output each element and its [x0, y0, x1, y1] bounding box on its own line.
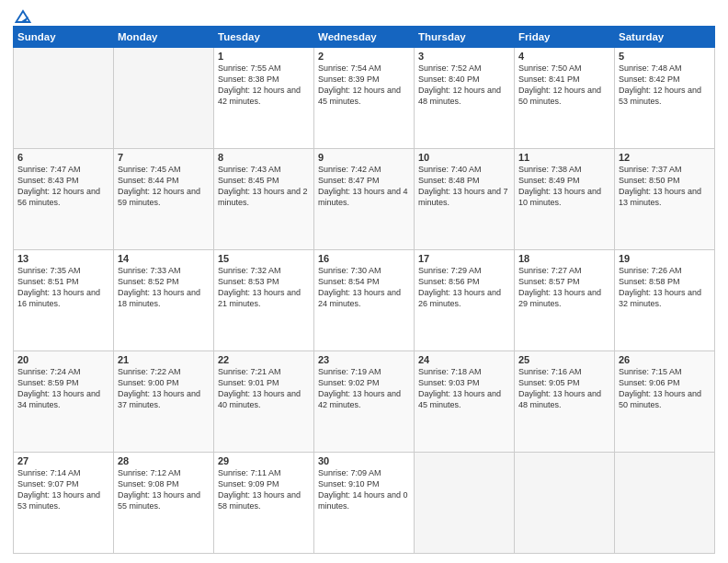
day-number: 6 — [17, 152, 109, 163]
calendar-cell: 13Sunrise: 7:35 AMSunset: 8:51 PMDayligh… — [14, 250, 114, 351]
calendar-cell — [14, 48, 114, 149]
day-number: 23 — [318, 354, 410, 365]
day-info: Sunrise: 7:42 AMSunset: 8:47 PMDaylight:… — [318, 164, 410, 209]
calendar-cell: 23Sunrise: 7:19 AMSunset: 9:02 PMDayligh… — [314, 351, 415, 453]
day-info: Sunrise: 7:15 AMSunset: 9:06 PMDaylight:… — [619, 366, 711, 411]
day-number: 15 — [218, 253, 310, 264]
day-number: 17 — [418, 253, 510, 264]
calendar-cell — [114, 48, 214, 149]
day-info: Sunrise: 7:27 AMSunset: 8:57 PMDaylight:… — [518, 265, 610, 310]
calendar-cell: 15Sunrise: 7:32 AMSunset: 8:53 PMDayligh… — [214, 250, 314, 351]
day-number: 2 — [318, 51, 410, 62]
calendar-cell: 1Sunrise: 7:55 AMSunset: 8:38 PMDaylight… — [214, 48, 314, 149]
calendar-week-row: 13Sunrise: 7:35 AMSunset: 8:51 PMDayligh… — [14, 250, 715, 351]
day-number: 19 — [619, 253, 711, 264]
day-number: 5 — [619, 51, 711, 62]
logo-icon — [15, 9, 31, 24]
day-info: Sunrise: 7:50 AMSunset: 8:41 PMDaylight:… — [518, 63, 610, 108]
calendar-cell — [415, 453, 515, 554]
day-info: Sunrise: 7:22 AMSunset: 9:00 PMDaylight:… — [118, 366, 210, 411]
calendar-cell: 2Sunrise: 7:54 AMSunset: 8:39 PMDaylight… — [314, 48, 415, 149]
calendar-week-row: 20Sunrise: 7:24 AMSunset: 8:59 PMDayligh… — [14, 351, 715, 453]
calendar-cell: 9Sunrise: 7:42 AMSunset: 8:47 PMDaylight… — [314, 149, 415, 250]
calendar-cell: 8Sunrise: 7:43 AMSunset: 8:45 PMDaylight… — [214, 149, 314, 250]
calendar-cell: 19Sunrise: 7:26 AMSunset: 8:58 PMDayligh… — [615, 250, 715, 351]
calendar-cell: 5Sunrise: 7:48 AMSunset: 8:42 PMDaylight… — [615, 48, 715, 149]
day-of-week-header: Friday — [515, 27, 615, 48]
calendar-cell: 26Sunrise: 7:15 AMSunset: 9:06 PMDayligh… — [615, 351, 715, 453]
day-number: 25 — [518, 354, 610, 365]
calendar-cell: 20Sunrise: 7:24 AMSunset: 8:59 PMDayligh… — [14, 351, 114, 453]
day-number: 7 — [118, 152, 210, 163]
day-number: 9 — [318, 152, 410, 163]
day-info: Sunrise: 7:11 AMSunset: 9:09 PMDaylight:… — [218, 467, 310, 512]
day-info: Sunrise: 7:54 AMSunset: 8:39 PMDaylight:… — [318, 63, 410, 108]
calendar-cell: 6Sunrise: 7:47 AMSunset: 8:43 PMDaylight… — [14, 149, 114, 250]
day-info: Sunrise: 7:38 AMSunset: 8:49 PMDaylight:… — [518, 164, 610, 209]
calendar-cell: 24Sunrise: 7:18 AMSunset: 9:03 PMDayligh… — [415, 351, 515, 453]
calendar-cell — [615, 453, 715, 554]
calendar-cell: 3Sunrise: 7:52 AMSunset: 8:40 PMDaylight… — [415, 48, 515, 149]
day-info: Sunrise: 7:29 AMSunset: 8:56 PMDaylight:… — [418, 265, 510, 310]
day-of-week-header: Saturday — [615, 27, 715, 48]
calendar-cell: 28Sunrise: 7:12 AMSunset: 9:08 PMDayligh… — [114, 453, 214, 554]
calendar-cell: 17Sunrise: 7:29 AMSunset: 8:56 PMDayligh… — [415, 250, 515, 351]
day-number: 28 — [118, 455, 210, 466]
calendar-cell: 4Sunrise: 7:50 AMSunset: 8:41 PMDaylight… — [515, 48, 615, 149]
day-number: 16 — [318, 253, 410, 264]
day-number: 11 — [518, 152, 610, 163]
day-info: Sunrise: 7:43 AMSunset: 8:45 PMDaylight:… — [218, 164, 310, 209]
day-of-week-header: Thursday — [415, 27, 515, 48]
day-info: Sunrise: 7:52 AMSunset: 8:40 PMDaylight:… — [418, 63, 510, 108]
day-info: Sunrise: 7:14 AMSunset: 9:07 PMDaylight:… — [17, 467, 109, 512]
day-number: 1 — [218, 51, 310, 62]
day-info: Sunrise: 7:24 AMSunset: 8:59 PMDaylight:… — [17, 366, 109, 411]
day-info: Sunrise: 7:32 AMSunset: 8:53 PMDaylight:… — [218, 265, 310, 310]
calendar-cell: 30Sunrise: 7:09 AMSunset: 9:10 PMDayligh… — [314, 453, 415, 554]
calendar-cell: 10Sunrise: 7:40 AMSunset: 8:48 PMDayligh… — [415, 149, 515, 250]
day-number: 13 — [17, 253, 109, 264]
day-info: Sunrise: 7:09 AMSunset: 9:10 PMDaylight:… — [318, 467, 410, 512]
day-number: 14 — [118, 253, 210, 264]
day-number: 30 — [318, 455, 410, 466]
day-info: Sunrise: 7:48 AMSunset: 8:42 PMDaylight:… — [619, 63, 711, 108]
day-number: 20 — [17, 354, 109, 365]
day-info: Sunrise: 7:35 AMSunset: 8:51 PMDaylight:… — [17, 265, 109, 310]
calendar: SundayMondayTuesdayWednesdayThursdayFrid… — [13, 26, 715, 554]
calendar-header-row: SundayMondayTuesdayWednesdayThursdayFrid… — [14, 27, 715, 48]
calendar-cell — [515, 453, 615, 554]
day-number: 18 — [518, 253, 610, 264]
day-info: Sunrise: 7:40 AMSunset: 8:48 PMDaylight:… — [418, 164, 510, 209]
day-info: Sunrise: 7:16 AMSunset: 9:05 PMDaylight:… — [518, 366, 610, 411]
day-number: 26 — [619, 354, 711, 365]
logo — [13, 9, 31, 20]
page: SundayMondayTuesdayWednesdayThursdayFrid… — [0, 0, 728, 563]
day-number: 10 — [418, 152, 510, 163]
header — [13, 9, 715, 20]
calendar-cell: 27Sunrise: 7:14 AMSunset: 9:07 PMDayligh… — [14, 453, 114, 554]
day-number: 27 — [17, 455, 109, 466]
day-info: Sunrise: 7:37 AMSunset: 8:50 PMDaylight:… — [619, 164, 711, 209]
day-info: Sunrise: 7:55 AMSunset: 8:38 PMDaylight:… — [218, 63, 310, 108]
day-number: 3 — [418, 51, 510, 62]
calendar-cell: 11Sunrise: 7:38 AMSunset: 8:49 PMDayligh… — [515, 149, 615, 250]
day-info: Sunrise: 7:47 AMSunset: 8:43 PMDaylight:… — [17, 164, 109, 209]
day-number: 24 — [418, 354, 510, 365]
calendar-week-row: 27Sunrise: 7:14 AMSunset: 9:07 PMDayligh… — [14, 453, 715, 554]
calendar-week-row: 1Sunrise: 7:55 AMSunset: 8:38 PMDaylight… — [14, 48, 715, 149]
day-number: 8 — [218, 152, 310, 163]
calendar-cell: 7Sunrise: 7:45 AMSunset: 8:44 PMDaylight… — [114, 149, 214, 250]
day-info: Sunrise: 7:18 AMSunset: 9:03 PMDaylight:… — [418, 366, 510, 411]
day-info: Sunrise: 7:26 AMSunset: 8:58 PMDaylight:… — [619, 265, 711, 310]
calendar-cell: 14Sunrise: 7:33 AMSunset: 8:52 PMDayligh… — [114, 250, 214, 351]
day-of-week-header: Tuesday — [214, 27, 314, 48]
day-info: Sunrise: 7:19 AMSunset: 9:02 PMDaylight:… — [318, 366, 410, 411]
day-of-week-header: Sunday — [14, 27, 114, 48]
day-info: Sunrise: 7:12 AMSunset: 9:08 PMDaylight:… — [118, 467, 210, 512]
day-info: Sunrise: 7:30 AMSunset: 8:54 PMDaylight:… — [318, 265, 410, 310]
calendar-cell: 18Sunrise: 7:27 AMSunset: 8:57 PMDayligh… — [515, 250, 615, 351]
calendar-cell: 21Sunrise: 7:22 AMSunset: 9:00 PMDayligh… — [114, 351, 214, 453]
calendar-cell: 16Sunrise: 7:30 AMSunset: 8:54 PMDayligh… — [314, 250, 415, 351]
day-of-week-header: Monday — [114, 27, 214, 48]
day-number: 21 — [118, 354, 210, 365]
